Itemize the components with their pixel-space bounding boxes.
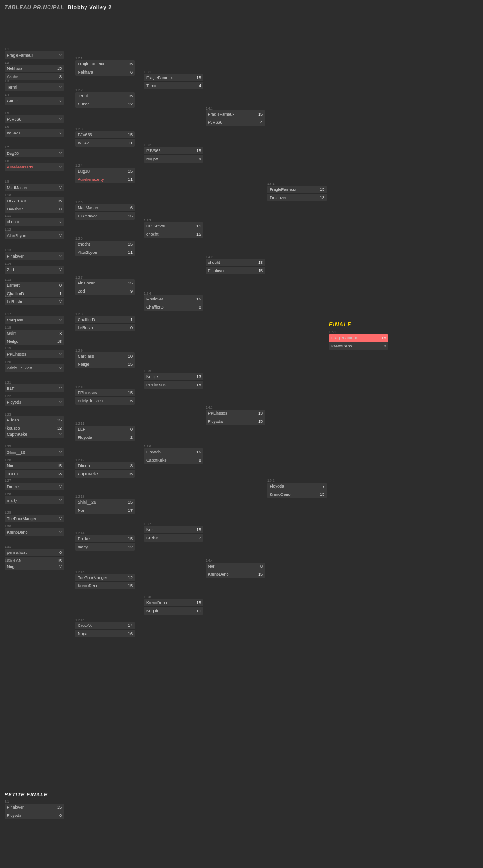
team-name: DG Arnvar [78,214,124,218]
team-score: 9 [124,289,133,294]
match-id-label: 1.14 [5,262,64,265]
team-name: KrenoDeno [270,492,316,497]
team-score: 0 [124,326,133,330]
match-id-label: 1.4.2 [206,255,265,258]
team-name: PJV666 [78,132,124,137]
team-name: PPLinssos [78,390,124,395]
match-unit: 1.4.2chocht13Finalover15 [206,255,265,274]
team-name: Asche [7,74,53,79]
team-row: PPLinssos15 [75,389,135,397]
match-pair: DG Arnvar15Dovah078 [5,197,64,213]
team-score: V [53,85,62,89]
match-unit: 1.7Bug38V [5,146,64,157]
team-row: Neilge13 [144,373,203,381]
match-pair: PPLinssos13Floyoda15 [206,410,265,425]
team-name: PJV666 [208,120,255,125]
team-name: chocht [78,242,124,247]
match-unit: 1.2.2Termi15Cunor12 [75,89,135,108]
match-pair: CaptnKekeV [5,430,64,438]
team-score: 15 [53,66,62,71]
team-name: KrenoDeno [78,584,124,588]
match-id-label: 1.2.7 [75,276,135,279]
match-id-label: 1.4.1 [206,107,265,110]
team-score: 11 [193,609,201,613]
team-name: Lamort [7,283,53,288]
match-pair: Nekhara15Asche8 [5,65,64,80]
team-row: Termi15 [75,92,135,100]
team-name: Neilge [7,339,53,344]
team-row: CarglassV [5,316,64,324]
team-name: KrenoDeno [208,572,255,577]
team-name: DG Arnvar [7,199,53,203]
team-score: V [53,165,62,169]
team-row: Zod9 [75,287,135,295]
team-row: FloyodaV [5,398,64,406]
match-unit: 1.3.7Nor15Dreike7 [144,522,203,542]
match-unit: 1.20Ariely_le_ZenV [5,360,64,372]
match-id-label: 1.2.8 [75,312,135,316]
team-score: 15 [124,62,133,66]
match-unit: 1.2Nekhara15Asche8 [5,61,64,80]
match-id-label: 1.3.5 [144,369,203,373]
team-row: Tox1n13 [5,470,64,478]
match-unit: 1.9MadMasterV [5,180,64,191]
team-score: V [53,564,62,568]
match-id-label: 1.32 [5,559,64,562]
team-name: PJV666 [146,148,193,153]
team-score: 15 [124,132,133,137]
team-row: Dreike15 [75,535,135,543]
team-row: ChafflorD0 [144,303,203,311]
team-name: chocht [208,260,255,265]
team-row: marty12 [75,543,135,551]
team-row: Bug389 [144,155,203,163]
team-score: 11 [124,250,133,255]
team-score: 6 [124,70,133,74]
team-name: Ariely_le_Zen [78,399,124,403]
team-name: Cunor [7,99,53,103]
match-pair: FinaloverV [5,252,64,260]
match-id-label: 1.2.15 [75,570,135,573]
team-score: V [53,300,62,304]
team-name: Zod [7,268,53,272]
team-score: V [53,386,62,390]
match-id-label: 1.30 [5,525,64,528]
match-id-label: 1.3 [5,79,64,83]
team-row: PJV66615 [75,131,135,139]
team-score: 6 [124,205,133,210]
team-row: LeRustre0 [75,324,135,331]
team-name: Nor [208,564,255,568]
team-name: Termi [78,94,124,98]
team-name: BLF [78,427,124,431]
team-score: 15 [124,584,133,588]
match-pair: Neilge13PPLinssos15 [144,373,203,389]
match-unit: 1.12Alan2LyonV [5,228,64,239]
team-name: ChafflorD [146,305,193,310]
match-unit: 1.3.3DG Arnvar11chocht15 [144,219,203,238]
match-id-label: 1.26 [5,458,64,462]
match-pair: Finalover15Floyoda6 [5,804,64,819]
team-row: PJV66615 [144,147,203,155]
match-pair: DG Arnvar11chocht15 [144,222,203,238]
team-name: LeRustre [78,326,124,330]
team-row: Finalover15 [75,279,135,287]
match-pair: FragleFameux15Nekhara6 [75,60,135,76]
match-pair: PPLinssos15Ariely_le_Zen5 [75,389,135,405]
team-row: Floyoda6 [5,811,64,819]
match-unit: 1.2.9Carglass10Neilge15 [75,349,135,368]
team-score: 15 [124,537,133,541]
team-row: ZodV [5,266,64,274]
match-id-label: 1.1 [5,47,64,51]
team-row: Ariely_le_ZenV [5,364,64,372]
team-score: 15 [193,148,201,153]
team-row: ChafflorD1 [75,316,135,324]
team-score: 15 [193,527,201,532]
team-row: Finalover15 [5,804,64,811]
team-row: Aurelienazerty11 [75,175,135,183]
team-row: Nor17 [75,506,135,514]
match-id-label: 1.11 [5,214,64,217]
team-score: 4 [255,120,263,125]
match-pair: chocht15Alan2Lyon11 [75,241,135,256]
match-unit: 1.3.6Floyoda15CaptnKeke8 [144,445,203,464]
team-name: Shini__26 [7,450,53,455]
match-unit: 1.18GuimlixNeilge15 [5,326,64,345]
